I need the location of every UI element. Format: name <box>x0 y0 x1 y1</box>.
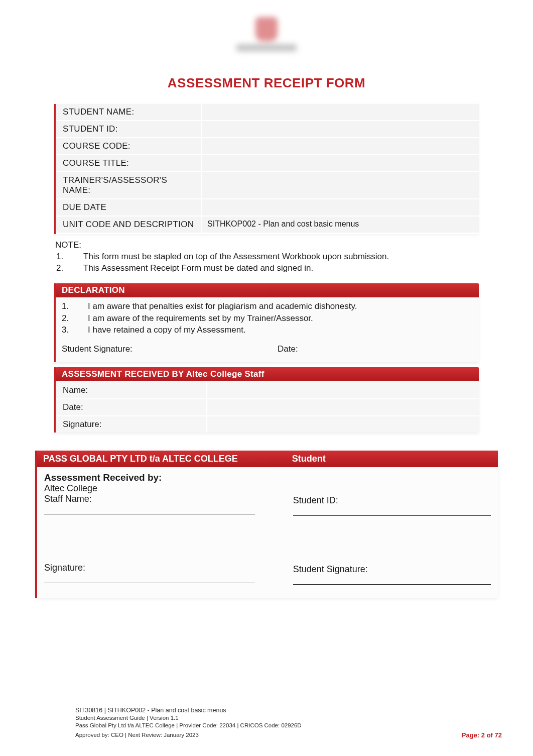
staff-signature-label: Signature: <box>44 563 279 573</box>
student-signature-label: Student Signature: <box>62 344 278 354</box>
received-name-label: Name: <box>56 382 206 398</box>
staff-signature-line[interactable] <box>44 574 255 583</box>
bottom-left-column: Assessment Received by: Altec College St… <box>37 467 286 598</box>
org-line: Altec College <box>44 483 279 494</box>
label-course-code: COURSE CODE: <box>56 138 201 154</box>
page-number: Page: 2 of 72 <box>462 731 502 739</box>
note-text-1: This form must be stapled on top of the … <box>83 251 389 263</box>
staff-name-label: Staff Name: <box>44 494 279 504</box>
college-logo <box>211 14 322 64</box>
received-name-value[interactable] <box>206 382 479 398</box>
assessment-received-by-label: Assessment Received by: <box>44 472 279 483</box>
staff-name-line[interactable] <box>44 505 255 514</box>
declaration-item: 2.I am aware of the requirements set by … <box>62 312 473 325</box>
received-box: ASSESSMENT RECEIVED BY Altec College Sta… <box>54 367 479 433</box>
student-id-label-bottom: Student ID: <box>293 495 491 506</box>
title-main: ASSESSMENT RECEIPT <box>168 75 322 90</box>
bottom-right-header: Student <box>286 451 498 467</box>
received-signature-value[interactable] <box>206 416 479 433</box>
label-trainer-name: TRAINER'S/ASSESSOR'S NAME: <box>56 172 201 198</box>
page-footer: SIT30816 | SITHKOP002 - Plan and cost ba… <box>0 706 533 739</box>
value-trainer-name[interactable] <box>201 172 479 198</box>
declaration-box: DECLARATION 1.I am aware that penalties … <box>54 283 479 362</box>
bottom-panel: PASS GLOBAL PTY LTD t/a ALTEC COLLEGE St… <box>35 451 498 598</box>
received-date-label: Date: <box>56 399 206 415</box>
declaration-item: 1.I am aware that penalties exist for pl… <box>62 300 473 312</box>
label-course-title: COURSE TITLE: <box>56 155 201 171</box>
note-item: 1.This form must be stapled on top of th… <box>55 251 478 263</box>
declaration-header: DECLARATION <box>56 283 479 297</box>
label-due-date: DUE DATE <box>56 199 201 215</box>
declaration-item: 3.I have retained a copy of my Assessmen… <box>62 324 473 336</box>
value-unit-code: SITHKOP002 - Plan and cost basic menus <box>201 217 479 233</box>
date-label: Date: <box>278 344 473 354</box>
label-student-id: STUDENT ID: <box>56 121 201 137</box>
logo-area <box>30 14 503 66</box>
note-text-2: This Assessment Receipt Form must be dat… <box>83 263 313 274</box>
value-course-code[interactable] <box>201 138 479 154</box>
title-form: FORM <box>326 75 366 90</box>
footer-line-3: Pass Global Pty Ltd t/a ALTEC College | … <box>75 722 503 729</box>
page-title: ASSESSMENT RECEIPT FORM <box>30 75 503 91</box>
footer-line-2: Student Assessment Guide | Version 1.1 <box>75 714 503 722</box>
footer-line-1: SIT30816 | SITHKOP002 - Plan and cost ba… <box>75 706 503 714</box>
bottom-right-column: Student ID: Student Signature: <box>286 467 498 598</box>
footer-line-4: Approved by: CEO | Next Review: January … <box>75 731 503 739</box>
bottom-left-header: PASS GLOBAL PTY LTD t/a ALTEC COLLEGE <box>37 451 286 467</box>
received-header: ASSESSMENT RECEIVED BY Altec College Sta… <box>56 367 479 381</box>
value-course-title[interactable] <box>201 155 479 171</box>
note-block: NOTE: 1.This form must be stapled on top… <box>54 238 479 278</box>
student-id-line[interactable] <box>293 507 491 516</box>
value-student-id[interactable] <box>201 121 479 137</box>
student-signature-label-bottom: Student Signature: <box>293 564 491 575</box>
declaration-text-3: I have retained a copy of my Assessment. <box>88 324 246 336</box>
value-due-date[interactable] <box>201 199 479 215</box>
received-date-value[interactable] <box>206 399 479 415</box>
student-signature-line[interactable] <box>293 576 491 585</box>
note-heading: NOTE: <box>55 240 478 250</box>
received-signature-label: Signature: <box>56 416 206 433</box>
label-student-name: STUDENT NAME: <box>56 104 201 120</box>
student-info-table: STUDENT NAME: STUDENT ID: COURSE CODE: C… <box>54 104 479 234</box>
note-item: 2.This Assessment Receipt Form must be d… <box>55 263 478 274</box>
label-unit-code: UNIT CODE AND DESCRIPTION <box>56 217 201 233</box>
declaration-text-2: I am aware of the requirements set by my… <box>88 312 313 325</box>
declaration-text-1: I am aware that penalties exist for plag… <box>88 300 357 312</box>
value-student-name[interactable] <box>201 104 479 120</box>
